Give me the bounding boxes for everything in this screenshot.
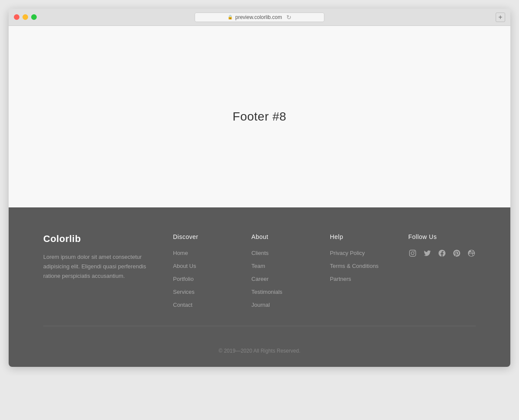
footer-col-help-title: Help	[330, 233, 391, 240]
discover-home-link[interactable]: Home	[173, 250, 188, 256]
close-button[interactable]	[14, 14, 19, 20]
page-content: Footer #8	[9, 26, 510, 207]
copyright-text: © 2019—2020 All Rights Reserved.	[219, 348, 301, 354]
about-clients-link[interactable]: Clients	[251, 250, 269, 256]
window-controls	[14, 14, 37, 20]
list-item: Privacy Policy	[330, 249, 391, 257]
about-career-link[interactable]: Career	[251, 276, 269, 282]
footer-col-discover-title: Discover	[173, 233, 234, 240]
list-item: Terms & Conditions	[330, 262, 391, 270]
list-item: Testimonials	[251, 288, 312, 296]
footer-main: Colorlib Lorem ipsum dolor sit amet cons…	[43, 233, 476, 326]
pinterest-icon[interactable]	[452, 249, 461, 258]
list-item: Journal	[251, 301, 312, 309]
page-title: Footer #8	[233, 110, 286, 124]
footer: Colorlib Lorem ipsum dolor sit amet cons…	[9, 207, 510, 367]
reload-icon[interactable]: ↻	[286, 14, 292, 21]
help-terms-link[interactable]: Terms & Conditions	[330, 263, 379, 269]
footer-col-followus-title: Follow Us	[408, 233, 476, 240]
discover-services-link[interactable]: Services	[173, 289, 195, 295]
help-partners-link[interactable]: Partners	[330, 276, 351, 282]
footer-bottom: © 2019—2020 All Rights Reserved.	[43, 348, 476, 354]
list-item: Portfolio	[173, 275, 234, 283]
list-item: Services	[173, 288, 234, 296]
footer-links-about: Clients Team Career Testimonials Journal	[251, 249, 312, 309]
help-privacy-link[interactable]: Privacy Policy	[330, 250, 365, 256]
list-item: Clients	[251, 249, 312, 257]
discover-contact-link[interactable]: Contact	[173, 302, 192, 308]
dribbble-icon[interactable]	[467, 249, 476, 258]
browser-window: 🔒 preview.colorlib.com ↻ + Footer #8 Col…	[9, 9, 510, 367]
twitter-icon[interactable]	[423, 249, 432, 258]
footer-links-discover: Home About Us Portfolio Services Contact	[173, 249, 234, 309]
list-item: About Us	[173, 262, 234, 270]
about-team-link[interactable]: Team	[251, 263, 265, 269]
footer-col-about: About Clients Team Career Testimonials J…	[251, 233, 312, 309]
list-item: Home	[173, 249, 234, 257]
footer-links-help: Privacy Policy Terms & Conditions Partne…	[330, 249, 391, 283]
footer-col-about-title: About	[251, 233, 312, 240]
about-testimonials-link[interactable]: Testimonials	[251, 289, 282, 295]
minimize-button[interactable]	[22, 14, 28, 20]
maximize-button[interactable]	[31, 14, 37, 20]
footer-brand: Colorlib Lorem ipsum dolor sit amet cons…	[43, 233, 156, 309]
lock-icon: 🔒	[227, 15, 233, 19]
footer-logo: Colorlib	[43, 233, 156, 245]
footer-description: Lorem ipsum dolor sit amet consectetur a…	[43, 252, 156, 281]
address-bar[interactable]: 🔒 preview.colorlib.com ↻	[195, 13, 324, 22]
list-item: Contact	[173, 301, 234, 309]
browser-titlebar: 🔒 preview.colorlib.com ↻ +	[9, 9, 510, 26]
list-item: Career	[251, 275, 312, 283]
facebook-icon[interactable]	[438, 249, 446, 258]
instagram-icon[interactable]	[408, 249, 417, 258]
footer-col-followus: Follow Us	[408, 233, 476, 309]
footer-col-help: Help Privacy Policy Terms & Conditions P…	[330, 233, 391, 309]
about-journal-link[interactable]: Journal	[251, 302, 270, 308]
footer-col-discover: Discover Home About Us Portfolio Service…	[173, 233, 234, 309]
social-icons	[408, 249, 476, 258]
discover-aboutus-link[interactable]: About Us	[173, 263, 196, 269]
discover-portfolio-link[interactable]: Portfolio	[173, 276, 194, 282]
add-tab-button[interactable]: +	[496, 13, 505, 22]
list-item: Partners	[330, 275, 391, 283]
list-item: Team	[251, 262, 312, 270]
url-text: preview.colorlib.com	[235, 14, 282, 20]
